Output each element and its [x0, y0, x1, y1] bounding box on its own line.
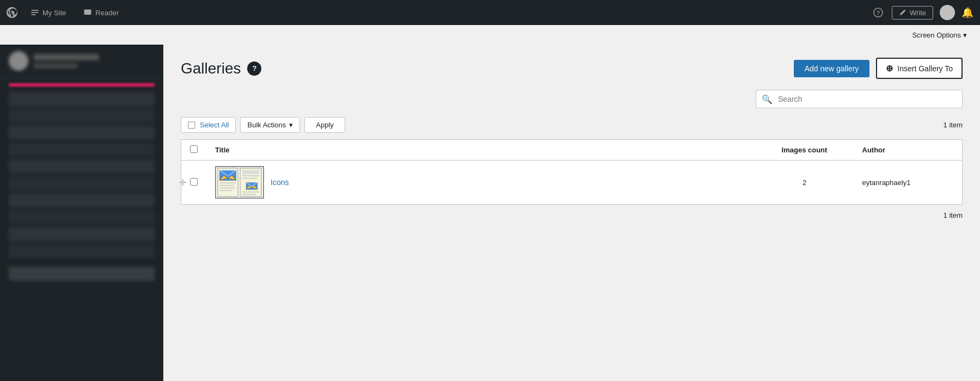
- row-images-count-cell: 2: [756, 161, 854, 205]
- svg-rect-18: [242, 178, 258, 179]
- screen-options-label: Screen Options: [912, 31, 961, 39]
- apply-button[interactable]: Apply: [304, 117, 345, 133]
- page-header: Galleries ? Add new gallery ⊕ Insert Gal…: [181, 58, 963, 79]
- header-actions: Add new gallery ⊕ Insert Gallery To: [794, 58, 963, 79]
- notifications-icon[interactable]: 🔔: [961, 7, 973, 19]
- select-all-label: Select All: [200, 121, 229, 129]
- svg-rect-17: [242, 175, 260, 176]
- search-wrapper: 🔍: [756, 90, 963, 108]
- thumbnail-svg: [216, 167, 263, 198]
- sidebar: [0, 45, 163, 381]
- screen-options-bar: Screen Options ▾: [0, 25, 980, 45]
- help-icon-label: ?: [253, 64, 257, 72]
- search-row: 🔍: [181, 90, 963, 108]
- apply-label: Apply: [316, 121, 334, 129]
- svg-rect-2: [32, 14, 36, 15]
- plus-circle-icon: ⊕: [886, 63, 893, 73]
- row-checkbox-cell: ✛: [181, 161, 207, 205]
- svg-rect-23: [242, 192, 260, 193]
- bulk-actions-label: Bulk Actions: [247, 121, 286, 129]
- row-checkbox[interactable]: [190, 178, 198, 186]
- search-icon: 🔍: [756, 94, 778, 105]
- table-body: ✛: [181, 161, 963, 205]
- reader-label: Reader: [95, 9, 119, 17]
- svg-rect-0: [32, 10, 39, 11]
- svg-rect-14: [220, 190, 232, 191]
- help-icon-button[interactable]: ?: [247, 62, 261, 76]
- bulk-actions-chevron: ▾: [289, 121, 293, 129]
- reader-link[interactable]: Reader: [79, 6, 123, 19]
- gallery-thumb-wrapper: Icons: [215, 166, 747, 199]
- row-title-cell: Icons: [206, 161, 756, 205]
- item-count-bottom: 1 item: [181, 211, 963, 219]
- my-site-label: My Site: [42, 9, 66, 17]
- svg-rect-3: [84, 9, 91, 15]
- user-avatar[interactable]: [940, 5, 955, 20]
- nav-left: My Site Reader: [7, 6, 123, 19]
- select-all-checkbox: [188, 121, 195, 129]
- search-input[interactable]: [778, 90, 962, 108]
- bulk-actions-button[interactable]: Bulk Actions ▾: [240, 117, 300, 133]
- svg-rect-11: [220, 182, 236, 183]
- th-author: Author: [854, 140, 963, 161]
- select-all-button[interactable]: Select All: [181, 117, 236, 133]
- th-images-count: Images count: [756, 140, 854, 161]
- svg-rect-16: [242, 170, 260, 174]
- help-button[interactable]: ?: [871, 5, 885, 20]
- svg-rect-13: [220, 187, 235, 188]
- add-gallery-label: Add new gallery: [805, 64, 859, 73]
- insert-gallery-label: Insert Gallery To: [897, 64, 953, 73]
- screen-options-chevron: ▾: [963, 31, 967, 39]
- svg-rect-1: [32, 12, 39, 13]
- top-nav: My Site Reader ? Write 🔔: [0, 0, 980, 25]
- svg-rect-24: [242, 194, 255, 195]
- insert-gallery-button[interactable]: ⊕ Insert Gallery To: [876, 58, 963, 79]
- write-label: Write: [910, 9, 926, 17]
- svg-rect-12: [220, 185, 234, 186]
- gallery-thumbnail: [215, 166, 264, 199]
- svg-text:?: ?: [877, 10, 880, 16]
- gallery-table: Title Images count Author ✛: [181, 139, 963, 205]
- table-header: Title Images count Author: [181, 140, 963, 161]
- content-area: Galleries ? Add new gallery ⊕ Insert Gal…: [163, 45, 980, 381]
- row-author-cell: eytanraphaely1: [854, 161, 963, 205]
- main-layout: Galleries ? Add new gallery ⊕ Insert Gal…: [0, 45, 980, 381]
- screen-options-button[interactable]: Screen Options ▾: [912, 31, 967, 39]
- table-header-row: Title Images count Author: [181, 140, 963, 161]
- drag-handle-icon[interactable]: ✛: [179, 177, 186, 188]
- th-checkbox: [181, 140, 207, 161]
- nav-right: ? Write 🔔: [871, 5, 973, 20]
- toolbar: Select All Bulk Actions ▾ Apply 1 item: [181, 117, 963, 133]
- my-site-link[interactable]: My Site: [26, 6, 70, 19]
- page-title-row: Galleries ?: [181, 60, 261, 77]
- th-title: Title: [206, 140, 756, 161]
- wp-logo[interactable]: [7, 7, 17, 18]
- table-row: ✛: [181, 161, 963, 205]
- gallery-title-link[interactable]: Icons: [271, 178, 289, 187]
- item-count-top: 1 item: [944, 121, 963, 129]
- header-checkbox[interactable]: [190, 145, 198, 153]
- add-gallery-button[interactable]: Add new gallery: [794, 60, 870, 77]
- write-button[interactable]: Write: [892, 6, 933, 20]
- page-title: Galleries: [181, 60, 241, 77]
